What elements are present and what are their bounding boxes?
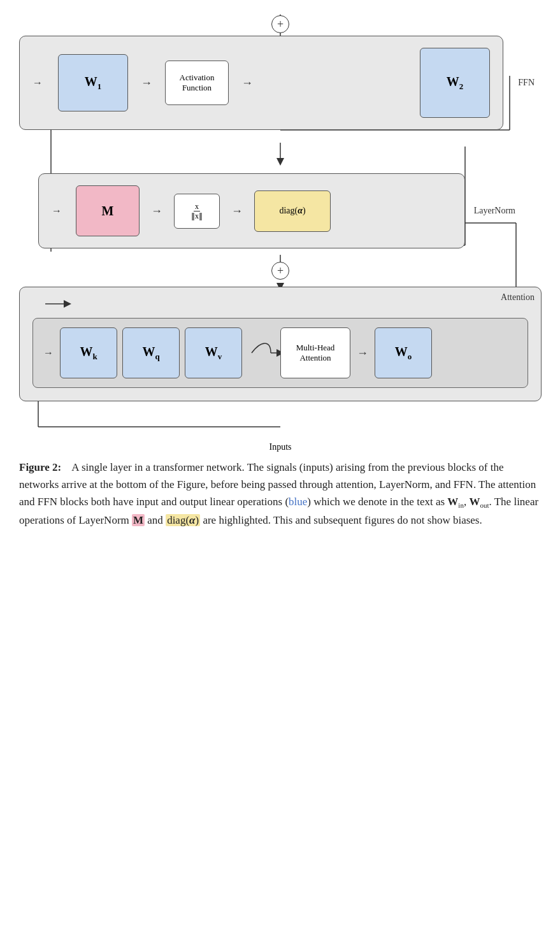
w1-label: W1 bbox=[85, 75, 102, 92]
arrow-m-norm: → bbox=[151, 204, 162, 218]
arrow-mha-wo: → bbox=[357, 347, 368, 360]
wk-label: Wk bbox=[80, 345, 97, 362]
figure-label: Figure 2: bbox=[19, 461, 61, 473]
ffn-block: → W1 → Activation Function → W2 FFN bbox=[19, 36, 503, 130]
activation-label: Activation Function bbox=[171, 73, 223, 93]
wq-label: Wq bbox=[142, 345, 159, 362]
multihead-label: Multi-HeadAttention bbox=[296, 343, 335, 363]
arrow-w1-act: → bbox=[141, 76, 152, 90]
wk-box: Wk bbox=[60, 327, 117, 378]
caption-blue-word: blue bbox=[289, 496, 307, 508]
inputs-label: Inputs bbox=[269, 442, 292, 452]
attention-block: Attention → Wk Wq Wv bbox=[19, 287, 542, 401]
m-label: M bbox=[102, 204, 114, 219]
norm-label: x ‖x‖ bbox=[190, 201, 204, 221]
wv-box: Wv bbox=[185, 327, 242, 378]
activation-function-box: Activation Function bbox=[165, 61, 229, 105]
wv-label: Wv bbox=[205, 345, 222, 362]
plus-circle-mid: + bbox=[271, 262, 289, 280]
w2-box: W2 bbox=[420, 48, 490, 118]
w2-label: W2 bbox=[447, 75, 464, 92]
caption: Figure 2: A single layer in a transforme… bbox=[19, 459, 541, 529]
diag-box: diag(α) bbox=[254, 190, 331, 232]
w1-box: W1 bbox=[58, 54, 128, 111]
layernorm-block: → M → x ‖x‖ → diag(α) LayerNorm bbox=[38, 173, 465, 248]
plus-circle-top: + bbox=[271, 15, 289, 33]
m-box: M bbox=[76, 185, 140, 236]
arrow-norm-diag: → bbox=[231, 204, 243, 218]
layernorm-label: LayerNorm bbox=[474, 206, 515, 216]
diag-label: diag(α) bbox=[279, 206, 305, 216]
attention-label: Attention bbox=[501, 292, 535, 303]
attention-inner: → Wk Wq Wv bbox=[32, 318, 528, 388]
multihead-attention-box: Multi-HeadAttention bbox=[280, 327, 350, 378]
arrow-act-w2: → bbox=[241, 76, 253, 90]
wq-box: Wq bbox=[122, 327, 180, 378]
ffn-label: FFN bbox=[518, 78, 535, 88]
wo-label: Wo bbox=[395, 345, 412, 362]
wo-box: Wo bbox=[375, 327, 432, 378]
norm-box: x ‖x‖ bbox=[174, 194, 220, 229]
diagram-wrapper: + → W1 → Activation Function → W2 FFN bbox=[19, 13, 542, 452]
